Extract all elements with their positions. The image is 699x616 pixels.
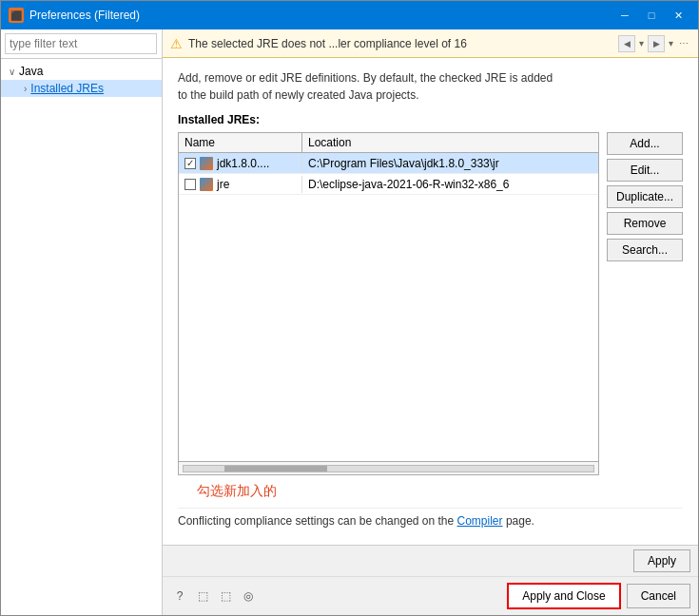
footer-row: ? ⬚ ⬚ ◎ Apply and Close Cancel: [163, 577, 698, 615]
help-icon[interactable]: ?: [170, 587, 189, 606]
nav-buttons: ◀ ▾ ▶ ▾ ⋯: [618, 35, 690, 52]
search-button[interactable]: Search...: [607, 239, 683, 261]
apply-and-close-button[interactable]: Apply and Close: [507, 583, 620, 609]
nav-more-icon[interactable]: ⋯: [677, 38, 690, 48]
jdk-icon: [200, 157, 213, 170]
sidebar-item-java-label: Java: [19, 65, 43, 78]
warning-bar: ⚠ The selected JRE does not ...ler compl…: [163, 29, 698, 58]
table-header: Name Location: [179, 133, 598, 153]
compiler-link[interactable]: Compiler: [457, 514, 503, 528]
col-location-header: Location: [302, 133, 598, 152]
maximize-button[interactable]: □: [639, 6, 664, 25]
settings-icon[interactable]: ◎: [239, 587, 258, 606]
child-arrow-icon: ›: [24, 84, 27, 94]
sidebar: ✕ ∨ Java › Installed JREs: [1, 29, 163, 615]
col-name-header: Name: [179, 133, 302, 152]
main-content: ✕ ∨ Java › Installed JREs ⚠ The selected…: [1, 29, 698, 615]
apply-row: Apply: [163, 546, 698, 577]
panel-body: Add, remove or edit JRE definitions. By …: [163, 58, 698, 545]
right-panel: ⚠ The selected JRE does not ...ler compl…: [163, 29, 698, 615]
table-scrollbar[interactable]: [179, 461, 598, 474]
scrollbar-thumb[interactable]: [224, 466, 327, 472]
search-bar: ✕: [1, 29, 162, 59]
edit-button[interactable]: Edit...: [607, 159, 683, 182]
cell-jre-name: jre: [179, 176, 302, 193]
annotation-text: 勾选新加入的: [178, 483, 683, 500]
app-icon: ⬛: [9, 8, 24, 23]
preferences-window: ⬛ Preferences (Filtered) ─ □ ✕ ✕ ∨ Java …: [0, 0, 699, 616]
export-icon[interactable]: ⬚: [193, 587, 212, 606]
scrollbar-track[interactable]: [183, 465, 594, 472]
window-controls: ─ □ ✕: [612, 6, 690, 25]
add-button[interactable]: Add...: [607, 132, 683, 155]
jre-table: Name Location: [178, 132, 599, 475]
jre-checkbox[interactable]: [184, 179, 196, 190]
search-input[interactable]: [5, 33, 157, 54]
sidebar-item-java[interactable]: ∨ Java: [1, 63, 162, 80]
cell-jdk-name: jdk1.8.0....: [179, 155, 302, 172]
apply-button[interactable]: Apply: [633, 549, 690, 572]
cell-jdk-location: C:\Program Files\Java\jdk1.8.0_333\jr: [302, 155, 598, 172]
description-text: Add, remove or edit JRE definitions. By …: [178, 69, 683, 104]
sidebar-item-installed-jres-label: Installed JREs: [30, 82, 104, 95]
title-bar: ⬛ Preferences (Filtered) ─ □ ✕: [1, 1, 698, 29]
nav-forward-button[interactable]: ▶: [648, 35, 665, 52]
nav-dropdown-icon[interactable]: ▾: [637, 38, 646, 48]
import-icon[interactable]: ⬚: [216, 587, 235, 606]
close-button[interactable]: ✕: [666, 6, 690, 25]
warning-icon: ⚠: [170, 36, 183, 51]
compliance-note: Conflicting compliance settings can be c…: [178, 508, 683, 533]
warning-text: The selected JRE does not ...ler complia…: [188, 37, 612, 50]
duplicate-button[interactable]: Duplicate...: [607, 185, 683, 208]
cell-jre-location: D:\eclipse-java-2021-06-R-win32-x86_6: [302, 176, 598, 193]
footer-icons: ? ⬚ ⬚ ◎: [170, 587, 258, 606]
bottom-bar: Apply ? ⬚ ⬚ ◎ Apply and Close Cancel: [163, 545, 698, 615]
table-row[interactable]: jdk1.8.0.... C:\Program Files\Java\jdk1.…: [179, 153, 598, 174]
jre-action-buttons: Add... Edit... Duplicate... Remove Searc…: [607, 132, 683, 475]
window-title: Preferences (Filtered): [29, 9, 612, 22]
jre-icon: [200, 178, 213, 191]
table-body: jdk1.8.0.... C:\Program Files\Java\jdk1.…: [179, 153, 598, 461]
minimize-button[interactable]: ─: [612, 6, 637, 25]
expand-arrow-icon: ∨: [9, 67, 15, 77]
nav-forward-dropdown-icon[interactable]: ▾: [667, 38, 675, 48]
sidebar-item-installed-jres[interactable]: › Installed JREs: [1, 80, 162, 97]
jdk-checkbox[interactable]: [184, 158, 196, 169]
tree-area: ∨ Java › Installed JREs: [1, 59, 162, 615]
remove-button[interactable]: Remove: [607, 212, 683, 235]
nav-back-button[interactable]: ◀: [618, 35, 635, 52]
table-row[interactable]: jre D:\eclipse-java-2021-06-R-win32-x86_…: [179, 174, 598, 195]
cancel-button[interactable]: Cancel: [627, 584, 690, 608]
jre-table-area: Name Location: [178, 132, 683, 475]
section-label: Installed JREs:: [178, 113, 683, 126]
